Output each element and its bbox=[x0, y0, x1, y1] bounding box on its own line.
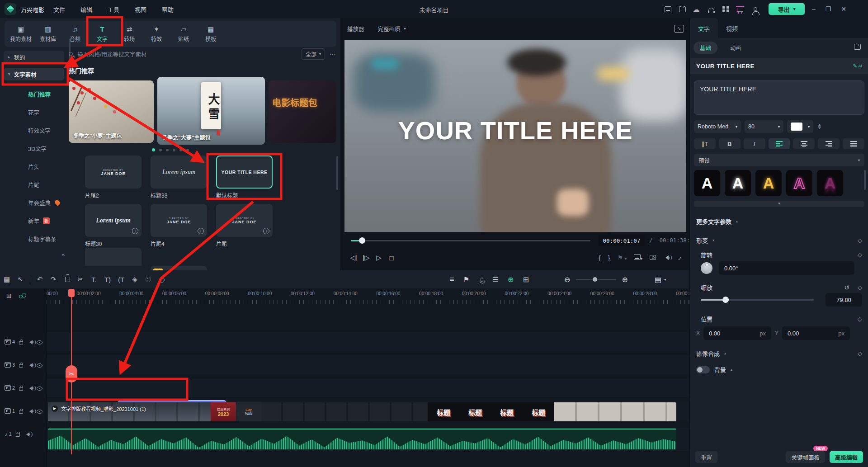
text-template-card[interactable]: YOUR TITLE HERE 默认标题 bbox=[216, 156, 273, 199]
library-scrollbar[interactable] bbox=[336, 156, 338, 190]
add-track-icon[interactable]: ⊞ bbox=[6, 292, 12, 299]
reset-button[interactable]: 重置 bbox=[695, 451, 717, 463]
display-icon[interactable] bbox=[664, 5, 672, 13]
menu-item[interactable]: 编辑 bbox=[80, 5, 92, 14]
chevron-up-icon[interactable]: ▴ bbox=[731, 368, 732, 372]
store-cart-icon[interactable] bbox=[736, 5, 744, 13]
vertical-text-button[interactable]: ∥T bbox=[694, 138, 716, 149]
keyframe-diamond-icon[interactable]: ◇ bbox=[858, 251, 862, 258]
menu-item[interactable]: 视图 bbox=[135, 5, 146, 14]
template-card-partial[interactable] bbox=[85, 248, 142, 266]
preset-scrollbar[interactable] bbox=[864, 170, 866, 190]
text-preset-tile[interactable]: A bbox=[817, 170, 843, 196]
sidebar-item[interactable]: 年会盛典 bbox=[4, 193, 68, 212]
text-template-card[interactable]: DIRECTED BY JANE DOE 片尾2 bbox=[85, 156, 142, 199]
track-row-3[interactable] bbox=[47, 355, 689, 374]
marker-flag-icon[interactable]: ⚑ ▾ bbox=[618, 254, 627, 261]
close-button[interactable]: ✕ bbox=[841, 5, 846, 13]
undo-icon[interactable]: ↶ bbox=[33, 275, 47, 283]
audio-clip[interactable] bbox=[48, 429, 676, 450]
carousel-dots[interactable] bbox=[152, 148, 189, 151]
preset-dropdown[interactable]: 预设▾ bbox=[694, 154, 864, 166]
split-scissors-icon[interactable]: ✂ bbox=[74, 275, 87, 283]
keyframe-diamond-icon[interactable]: ◇ bbox=[858, 284, 862, 291]
mute-icon[interactable] bbox=[27, 363, 33, 368]
search-input[interactable]: 输入风格/用途等搜文字素材 bbox=[77, 50, 297, 58]
download-icon[interactable]: ↓ bbox=[132, 228, 138, 234]
menu-item[interactable]: 文件 bbox=[53, 5, 65, 14]
collapse-sidebar-button[interactable]: « bbox=[60, 251, 67, 259]
library-tab[interactable]: ▦ 模板 bbox=[197, 21, 224, 47]
reset-scale-icon[interactable]: ↺ bbox=[844, 284, 849, 291]
track-row-2[interactable] bbox=[47, 378, 689, 397]
font-color-picker[interactable]: ▾ bbox=[787, 120, 813, 133]
color-palette-icon[interactable] bbox=[142, 276, 155, 283]
mark-out-icon[interactable]: } bbox=[608, 254, 610, 261]
advanced-edit-button[interactable]: 高级编辑 bbox=[830, 451, 863, 463]
rotation-knob[interactable] bbox=[701, 262, 712, 274]
text-template-card[interactable]: Lorem ipsum ↓ 标题30 bbox=[85, 204, 142, 247]
track-layout-icon[interactable]: ▤ bbox=[655, 275, 661, 284]
track-header[interactable]: 3 bbox=[5, 355, 46, 374]
template-thumbnail[interactable]: DIRECTED BY JANE DOE ↓ bbox=[216, 204, 273, 237]
bold-button[interactable]: B bbox=[719, 138, 741, 149]
redo-icon[interactable]: ↷ bbox=[47, 275, 60, 283]
video-title-overlay[interactable]: YOUR TITLE HERE bbox=[344, 116, 686, 145]
timeline-zoom-slider[interactable] bbox=[576, 279, 616, 280]
current-timecode[interactable]: 00:00:01:07 bbox=[599, 235, 645, 246]
keyframe-diamond-icon[interactable]: ◇ bbox=[858, 237, 862, 244]
font-family-dropdown[interactable]: Roboto Med▾ bbox=[694, 120, 741, 133]
scale-value-field[interactable]: 79.80 bbox=[826, 293, 862, 307]
lock-icon[interactable] bbox=[16, 434, 20, 437]
marker-icon[interactable]: ⚑ bbox=[463, 275, 469, 284]
template-thumbnail[interactable]: DIRECTED BY JANE DOE bbox=[85, 156, 142, 189]
align-center-button[interactable] bbox=[793, 138, 815, 149]
lock-icon[interactable] bbox=[19, 341, 23, 344]
chevron-up-icon[interactable]: ▴ bbox=[724, 351, 726, 355]
position-x-field[interactable]: 0.00px bbox=[703, 326, 771, 340]
playhead-handle[interactable] bbox=[68, 289, 75, 297]
template-thumbnail[interactable]: YOUR TITLE HERE bbox=[216, 156, 273, 189]
library-tab[interactable]: ▣ 我的素材 bbox=[7, 21, 34, 47]
mark-in-icon[interactable]: { bbox=[599, 254, 601, 261]
next-frame-button[interactable]: |▷ bbox=[360, 254, 373, 262]
library-tab[interactable]: ⇄ 转场 bbox=[116, 21, 143, 47]
sidebar-item[interactable]: 热门推荐 bbox=[4, 85, 68, 103]
volume-icon[interactable] bbox=[663, 254, 669, 261]
library-tab[interactable]: ✶ 特效 bbox=[143, 21, 170, 47]
pip-icon[interactable]: ⊞ bbox=[523, 275, 528, 284]
visibility-icon[interactable] bbox=[37, 340, 42, 344]
template-thumbnail[interactable]: Lorem ipsum ↓ bbox=[85, 204, 142, 237]
filter-dropdown[interactable]: 全部▾ bbox=[302, 48, 325, 60]
more-text-params-label[interactable]: 更多文字参数 bbox=[696, 217, 731, 226]
keyframe-tool-icon[interactable]: ◈ bbox=[128, 275, 142, 283]
banner-dahan-pack[interactable]: 大雪 冬季之"大寒"主题包 bbox=[157, 77, 265, 145]
video-clip[interactable]: ▶ 文字排版教程视频_喵影_20231001 (1) 欢迎来到 2023 Cit… bbox=[48, 402, 676, 421]
minimize-button[interactable]: – bbox=[812, 5, 816, 13]
subtitle-icon[interactable]: ☰ bbox=[492, 275, 499, 284]
scale-slider[interactable] bbox=[701, 299, 814, 301]
justify-button[interactable] bbox=[843, 138, 864, 149]
eyedropper-icon[interactable]: ✏ bbox=[816, 124, 823, 129]
mute-icon[interactable] bbox=[24, 432, 29, 437]
zoom-out-icon[interactable]: ⊖ bbox=[564, 275, 570, 284]
sidebar-item[interactable]: 特效文字 bbox=[4, 121, 68, 139]
tab-video[interactable]: 视频 bbox=[718, 18, 746, 38]
library-tab[interactable]: ▥ 素材库 bbox=[34, 21, 61, 47]
text-preset-tile[interactable]: A bbox=[694, 170, 720, 196]
select-cursor-icon[interactable]: ↖ bbox=[14, 275, 27, 283]
align-left-button[interactable] bbox=[769, 138, 790, 149]
play-button[interactable]: ▷ bbox=[373, 254, 385, 262]
text-content-input[interactable]: YOUR TITLE HERE bbox=[694, 80, 864, 115]
italic-button[interactable]: I bbox=[744, 138, 765, 149]
text-preset-tile[interactable]: A bbox=[755, 170, 782, 196]
expand-presets-button[interactable]: ▾ bbox=[694, 201, 864, 207]
mute-icon[interactable] bbox=[27, 386, 33, 391]
download-icon[interactable]: ↓ bbox=[263, 228, 269, 234]
display-device-icon[interactable]: ▾ bbox=[634, 254, 642, 261]
maximize-button[interactable]: ❐ bbox=[826, 5, 831, 13]
text-preset-tile[interactable]: A bbox=[786, 170, 812, 196]
seek-bar[interactable] bbox=[351, 240, 590, 241]
banner-movie-title-pack[interactable]: 电影标题包 bbox=[269, 80, 336, 143]
support-headset-icon[interactable] bbox=[707, 5, 715, 13]
